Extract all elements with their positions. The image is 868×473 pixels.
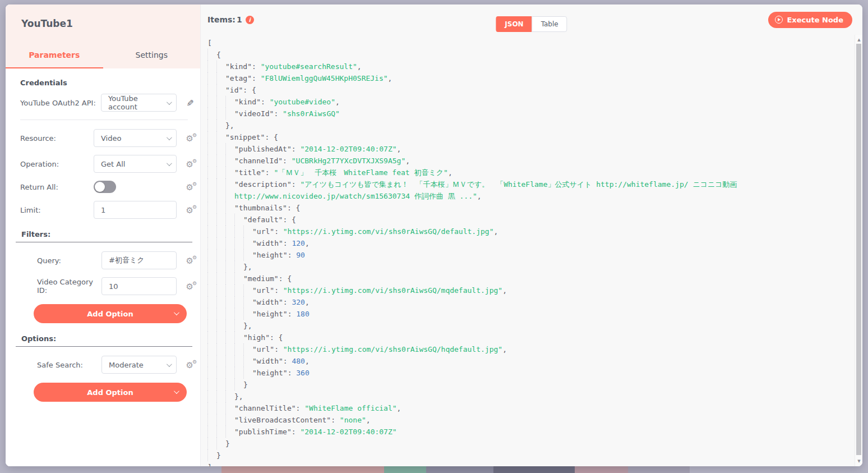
resource-select[interactable]: Video	[94, 129, 177, 147]
workflow-canvas-background	[0, 466, 868, 473]
scroll-down-arrow-icon[interactable]: ▼	[855, 457, 862, 465]
video-category-label: Video Category ID:	[37, 278, 101, 295]
settings-cogs-icon[interactable]: ⚙⚙	[186, 160, 193, 169]
settings-cogs-icon[interactable]: ⚙⚙	[186, 206, 193, 215]
video-category-row: Video Category ID: ⚙⚙	[15, 277, 193, 295]
table-view-button[interactable]: Table	[532, 16, 567, 32]
filters-heading: Filters:	[16, 229, 192, 242]
play-icon	[775, 16, 783, 24]
options-heading: Options:	[16, 333, 192, 347]
safe-search-value: Moderate	[109, 361, 144, 369]
node-header: YouTube1 Parameters Settings	[6, 4, 200, 68]
node-title: YouTube1	[6, 4, 200, 29]
operation-label: Operation:	[20, 160, 94, 168]
output-header: Items: 1 i JSON Table Execute Node	[201, 4, 862, 35]
operation-select[interactable]: Get All	[94, 155, 177, 173]
execute-node-label: Execute Node	[787, 16, 843, 24]
return-all-label: Return All:	[20, 183, 94, 191]
settings-cogs-icon[interactable]: ⚙⚙	[186, 257, 193, 265]
video-category-input[interactable]	[101, 277, 177, 295]
tab-settings[interactable]: Settings	[103, 44, 201, 68]
chevron-down-icon	[167, 99, 172, 105]
credential-label: YouTube OAuth2 API:	[20, 99, 101, 107]
query-input[interactable]	[101, 251, 177, 269]
settings-cogs-icon[interactable]: ⚙⚙	[186, 361, 193, 370]
chevron-down-icon	[167, 361, 172, 367]
return-all-toggle[interactable]	[94, 181, 116, 193]
chevron-down-icon	[167, 135, 172, 140]
execute-node-button[interactable]: Execute Node	[768, 12, 852, 28]
limit-row: Limit: ⚙⚙	[15, 201, 193, 219]
resource-row: Resource: Video ⚙⚙	[15, 129, 193, 147]
limit-input[interactable]	[94, 201, 177, 219]
credential-row: YouTube OAuth2 API: YouTube account ✎	[15, 94, 193, 112]
items-label-text: Items:	[207, 15, 236, 24]
credential-value: YouTube account	[108, 94, 167, 111]
query-row: Query: ⚙⚙	[15, 251, 193, 269]
settings-cogs-icon[interactable]: ⚙⚙	[186, 183, 193, 192]
operation-value: Get All	[101, 160, 125, 168]
tab-parameters[interactable]: Parameters	[6, 44, 103, 68]
items-count: Items: 1 i	[207, 15, 254, 24]
filters-add-option-button[interactable]: Add Option	[34, 304, 187, 323]
safe-search-label: Safe Search:	[37, 361, 101, 369]
limit-label: Limit:	[20, 206, 94, 214]
chevron-down-icon	[174, 310, 179, 315]
query-label: Query:	[37, 256, 101, 265]
safe-search-row: Safe Search: Moderate ⚙⚙	[15, 356, 193, 374]
chevron-down-icon	[174, 388, 179, 394]
return-all-row: Return All: ⚙⚙	[15, 181, 193, 193]
add-option-label: Add Option	[87, 310, 133, 318]
tab-bar: Parameters Settings	[6, 44, 200, 68]
items-count-value: 1	[237, 15, 242, 24]
info-icon[interactable]: i	[246, 16, 254, 24]
output-panel: Items: 1 i JSON Table Execute Node [{"ki…	[201, 4, 862, 466]
vertical-scrollbar[interactable]: ▲ ▼	[855, 35, 862, 466]
parameters-form: Credentials YouTube OAuth2 API: YouTube …	[6, 68, 200, 466]
settings-cogs-icon[interactable]: ⚙⚙	[186, 283, 193, 291]
divider	[20, 120, 188, 120]
resource-label: Resource:	[20, 134, 94, 143]
node-settings-panel: YouTube1 Parameters Settings Credentials…	[6, 4, 201, 466]
json-code: [{"kind": "youtube#searchResult","etag":…	[201, 35, 855, 466]
scroll-up-arrow-icon[interactable]: ▲	[855, 36, 862, 44]
json-view-button[interactable]: JSON	[496, 16, 532, 32]
node-detail-modal: YouTube1 Parameters Settings Credentials…	[6, 4, 862, 466]
add-option-label: Add Option	[87, 388, 133, 397]
chevron-down-icon	[167, 160, 172, 166]
credentials-heading: Credentials	[15, 79, 193, 87]
options-add-option-button[interactable]: Add Option	[34, 383, 187, 402]
view-mode-toggle: JSON Table	[496, 16, 567, 32]
settings-cogs-icon[interactable]: ⚙⚙	[186, 135, 193, 143]
toggle-knob	[95, 182, 105, 192]
edit-pencil-icon[interactable]: ✎	[184, 99, 195, 106]
resource-value: Video	[101, 134, 121, 143]
scrollbar-thumb[interactable]	[856, 44, 861, 455]
safe-search-select[interactable]: Moderate	[101, 356, 177, 374]
credential-select[interactable]: YouTube account	[101, 94, 177, 112]
json-output-area: [{"kind": "youtube#searchResult","etag":…	[201, 35, 862, 466]
operation-row: Operation: Get All ⚙⚙	[15, 155, 193, 173]
